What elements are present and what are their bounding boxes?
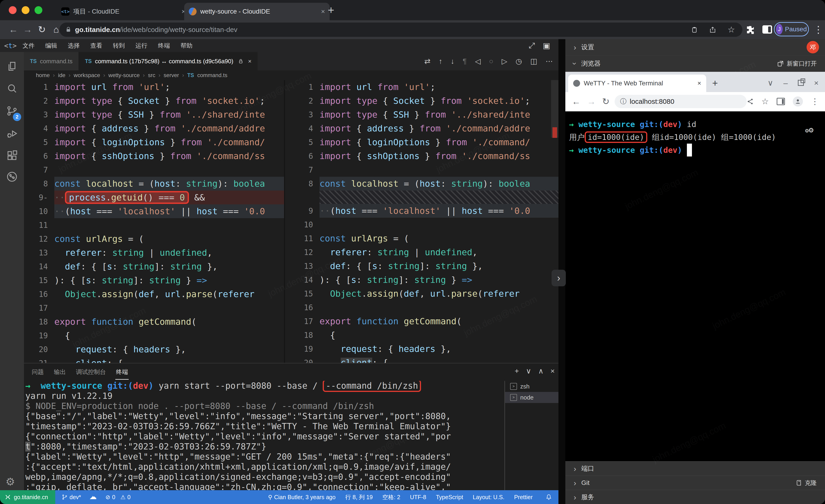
- status-item[interactable]: Layout: U.S.: [473, 494, 505, 501]
- profile-icon[interactable]: [793, 96, 803, 106]
- panel-tab-终端[interactable]: 终端: [116, 368, 128, 376]
- section-Git[interactable]: ›Git克隆: [565, 476, 825, 490]
- browser-section-header[interactable]: › 浏览器 新窗口打开: [565, 56, 825, 72]
- settings-gear-icon[interactable]: ⚙: [5, 476, 15, 488]
- maximize-panel-icon[interactable]: ∧: [538, 366, 543, 375]
- status-item[interactable]: 空格: 2: [382, 493, 400, 501]
- status-item[interactable]: UTF-8: [410, 494, 426, 501]
- menu-item-转到[interactable]: 转到: [113, 42, 125, 49]
- remote-indicator[interactable]: go.titanide.cn: [0, 490, 55, 504]
- explorer-icon[interactable]: [6, 60, 18, 72]
- back-icon[interactable]: ←: [7, 20, 20, 39]
- extensions-puzzle-icon[interactable]: [745, 25, 755, 34]
- diff-dot-icon[interactable]: ○: [489, 57, 493, 66]
- browser-tab-project[interactable]: <t> 项目 - CloudIDE ×: [57, 3, 190, 20]
- macos-close-button[interactable]: [9, 6, 17, 14]
- section-服务[interactable]: ›服务: [565, 490, 825, 504]
- previous-change-up-icon[interactable]: ↑: [439, 57, 442, 66]
- menu-item-选择[interactable]: 选择: [68, 42, 80, 49]
- close-panel-icon[interactable]: ×: [550, 367, 555, 375]
- code-review-icon[interactable]: [6, 171, 18, 183]
- run-debug-icon[interactable]: [6, 128, 18, 140]
- git-clone-button[interactable]: 克隆: [796, 479, 817, 487]
- prev-diff-icon[interactable]: ◁: [475, 57, 481, 66]
- branch-indicator[interactable]: dev*: [62, 494, 81, 501]
- chevron-down-icon[interactable]: ∨: [767, 78, 773, 87]
- status-item[interactable]: TypeScript: [436, 494, 463, 501]
- menu-item-运行[interactable]: 运行: [135, 42, 147, 49]
- new-terminal-icon[interactable]: +: [515, 367, 519, 375]
- new-tab-button[interactable]: +: [328, 4, 334, 16]
- menu-item-文件[interactable]: 文件: [22, 42, 34, 49]
- embedded-browser-tab[interactable]: WeTTY - The Web Terminal ×: [568, 75, 706, 92]
- restore-window-icon[interactable]: [798, 80, 804, 86]
- back-icon[interactable]: ←: [572, 97, 581, 106]
- more-actions-icon[interactable]: ⋯: [545, 57, 553, 66]
- close-window-icon[interactable]: ×: [814, 78, 819, 87]
- settings-section-header[interactable]: › 设置 邓: [565, 39, 825, 56]
- terminal-dropdown-icon[interactable]: ∨: [526, 366, 531, 375]
- menu-item-终端[interactable]: 终端: [158, 42, 170, 49]
- menu-item-帮助[interactable]: 帮助: [180, 42, 193, 49]
- reload-icon[interactable]: ↻: [35, 20, 48, 39]
- breadcrumb-file[interactable]: command.ts: [197, 72, 227, 78]
- breadcrumb-item[interactable]: home: [36, 72, 50, 78]
- editor-tab-diff-command-ts[interactable]: TS command.ts (17b75c98) ↔ command.ts (d…: [79, 52, 257, 70]
- breadcrumb-item[interactable]: src: [148, 72, 155, 78]
- maximize-panel-icon[interactable]: ⤢: [529, 41, 535, 50]
- whitespace-icon[interactable]: ¶: [463, 57, 467, 66]
- forward-icon[interactable]: →: [21, 20, 34, 39]
- embedded-address-bar[interactable]: ⓘ localhost:8080: [615, 95, 747, 108]
- next-diff-icon[interactable]: ▷: [502, 57, 507, 66]
- diff-pane-modified[interactable]: 1import url from 'url';2import type { So…: [285, 80, 558, 363]
- diff-pane-original[interactable]: 1import url from 'url';2import type { So…: [24, 80, 284, 363]
- macos-zoom-button[interactable]: [34, 6, 42, 14]
- info-icon[interactable]: ⓘ: [620, 97, 626, 106]
- terminal-output[interactable]: → wetty-source git:(dev) yarn start --po…: [25, 381, 504, 490]
- bookmark-star-icon[interactable]: ☆: [761, 97, 769, 106]
- timeline-icon[interactable]: ◷: [516, 57, 522, 66]
- layout-icon[interactable]: ▣: [543, 41, 550, 50]
- share-icon[interactable]: [709, 26, 716, 33]
- expand-panel-chevron[interactable]: ›: [551, 270, 566, 286]
- menu-item-编辑[interactable]: 编辑: [45, 42, 57, 49]
- minimize-icon[interactable]: –: [783, 78, 788, 87]
- reload-icon[interactable]: ↻: [602, 96, 609, 106]
- forward-icon[interactable]: →: [587, 97, 596, 106]
- panel-tab-调试控制台[interactable]: 调试控制台: [76, 368, 106, 376]
- status-item[interactable]: Prettier: [514, 494, 533, 501]
- user-avatar[interactable]: 邓: [807, 41, 819, 54]
- bookmark-star-icon[interactable]: ☆: [728, 25, 735, 34]
- address-bar[interactable]: go.titanide.cn/ide/web/coding/wetty-sour…: [59, 22, 742, 37]
- profile-chip[interactable]: J Paused: [774, 22, 809, 36]
- close-tab-icon[interactable]: ×: [321, 8, 325, 15]
- macos-minimize-button[interactable]: [22, 6, 29, 14]
- side-panel-icon[interactable]: [762, 25, 772, 33]
- browser-tab-wetty-source[interactable]: wetty-source - CloudIDE ×: [184, 3, 329, 20]
- next-change-down-icon[interactable]: ↓: [451, 57, 454, 66]
- search-icon[interactable]: [6, 82, 18, 94]
- section-端口[interactable]: ›端口: [565, 461, 825, 476]
- terminal-instance-zsh[interactable]: >zsh: [505, 381, 558, 392]
- wetty-terminal-screen[interactable]: ⚙⚙ → wetty-source git:(dev) id用户id=1000(…: [565, 111, 825, 461]
- breadcrumb-item[interactable]: ide: [58, 72, 65, 78]
- wetty-settings-gears-icon[interactable]: ⚙⚙: [805, 123, 814, 137]
- menu-item-查看[interactable]: 查看: [90, 42, 102, 49]
- panel-tab-输出[interactable]: 输出: [54, 368, 66, 376]
- sync-changes-icon[interactable]: ☁↑: [89, 493, 97, 501]
- terminal-instance-node[interactable]: >node: [505, 392, 558, 403]
- split-editor-icon[interactable]: ◫: [530, 57, 537, 66]
- open-new-window-button[interactable]: 新窗口打开: [777, 60, 817, 68]
- kebab-menu-icon[interactable]: ⋮: [811, 97, 819, 106]
- panel-tab-问题[interactable]: 问题: [32, 368, 44, 376]
- close-editor-icon[interactable]: ×: [248, 58, 251, 65]
- share-icon[interactable]: [747, 98, 754, 105]
- open-changes-icon[interactable]: ⇄: [424, 57, 431, 66]
- extensions-icon[interactable]: [6, 150, 18, 162]
- status-item[interactable]: 行 8, 列 19: [345, 493, 373, 501]
- close-tab-icon[interactable]: ×: [697, 80, 701, 87]
- breadcrumb-item[interactable]: server: [164, 72, 179, 78]
- new-tab-button[interactable]: +: [712, 78, 718, 92]
- side-panel-icon[interactable]: [777, 98, 785, 105]
- status-item[interactable]: ⚲Cian Butler, 3 years ago: [268, 494, 335, 501]
